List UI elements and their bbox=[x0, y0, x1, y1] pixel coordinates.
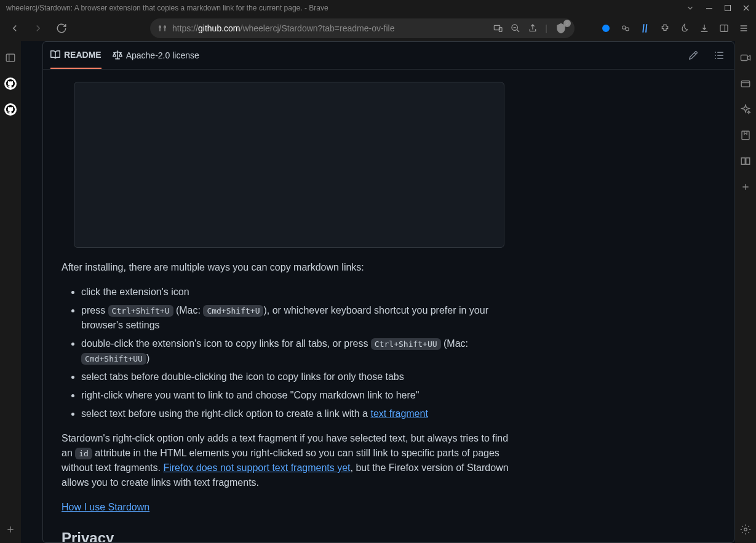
kbd-shortcut: Cmd+Shift+U bbox=[203, 305, 263, 317]
extensions-icon[interactable] bbox=[659, 22, 671, 34]
github-favicon-1[interactable] bbox=[3, 76, 18, 91]
list-item: select text before using the right-click… bbox=[81, 406, 517, 421]
window-maximize-icon[interactable] bbox=[724, 4, 731, 12]
panel-icon[interactable] bbox=[3, 50, 18, 65]
ext-icon-1[interactable] bbox=[600, 22, 612, 34]
right-sidebar bbox=[735, 41, 756, 543]
readme-body: After installing, there are multiple way… bbox=[43, 69, 535, 542]
reload-button[interactable] bbox=[53, 20, 70, 37]
svg-rect-0 bbox=[706, 8, 712, 9]
ext-icon-3[interactable] bbox=[639, 22, 651, 34]
ext-icon-2[interactable] bbox=[619, 22, 632, 34]
brave-shield-icon[interactable]: 2 bbox=[555, 22, 567, 34]
svg-rect-11 bbox=[6, 54, 15, 61]
firefox-link[interactable]: Firefox does not support text fragments … bbox=[163, 462, 350, 473]
list-item: select tabs before double-clicking the i… bbox=[81, 370, 517, 384]
window-title: wheelercj/Stardown: A browser extension … bbox=[6, 4, 686, 12]
add-tab-icon[interactable] bbox=[3, 522, 18, 537]
site-settings-icon[interactable] bbox=[157, 23, 167, 33]
paragraph: Stardown's right-click option only adds … bbox=[62, 431, 517, 490]
paragraph: How I use Stardown bbox=[62, 500, 517, 515]
law-icon bbox=[113, 50, 122, 60]
url-text: https://github.com/wheelercj/Stardown?ta… bbox=[172, 23, 488, 33]
shield-badge: 2 bbox=[563, 20, 571, 27]
intro-text: After installing, there are multiple way… bbox=[62, 260, 517, 275]
window-close-icon[interactable] bbox=[742, 4, 750, 12]
add-panel-icon[interactable] bbox=[738, 180, 753, 194]
wallet-icon[interactable] bbox=[738, 76, 753, 91]
edit-button[interactable] bbox=[686, 48, 701, 63]
svg-point-9 bbox=[626, 28, 629, 31]
svg-point-3 bbox=[164, 26, 166, 28]
video-icon[interactable] bbox=[738, 50, 753, 65]
titlebar: wheelercj/Stardown: A browser extension … bbox=[0, 0, 756, 15]
kbd-shortcut: Ctrl+Shift+U bbox=[108, 305, 173, 317]
sidebar-toggle-icon[interactable] bbox=[718, 22, 730, 34]
svg-rect-5 bbox=[499, 28, 503, 32]
tab-readme-label: README bbox=[64, 50, 101, 60]
forward-button[interactable] bbox=[30, 20, 47, 37]
text-fragment-link[interactable]: text fragment bbox=[370, 408, 428, 419]
responsive-icon[interactable] bbox=[493, 23, 503, 33]
kbd-shortcut: Cmd+Shift+UU bbox=[81, 353, 146, 365]
code-id: id bbox=[75, 448, 92, 459]
book-icon bbox=[50, 50, 60, 60]
usage-list: click the extension's icon press Ctrl+Sh… bbox=[62, 285, 517, 421]
url-bar[interactable]: https://github.com/wheelercj/Stardown?ta… bbox=[150, 18, 575, 38]
settings-icon[interactable] bbox=[738, 522, 753, 537]
back-button[interactable] bbox=[6, 20, 23, 37]
svg-rect-1 bbox=[725, 5, 731, 10]
download-icon[interactable] bbox=[698, 22, 710, 34]
demo-image bbox=[74, 82, 504, 248]
window-dropdown-icon[interactable] bbox=[686, 4, 694, 12]
bookmark-icon[interactable] bbox=[738, 128, 753, 143]
svg-point-8 bbox=[623, 26, 626, 29]
github-favicon-2[interactable] bbox=[3, 102, 18, 117]
tab-license-label: Apache-2.0 license bbox=[126, 50, 199, 60]
svg-rect-12 bbox=[741, 55, 748, 61]
page-content: README Apache-2.0 license After installi… bbox=[21, 41, 735, 543]
svg-rect-10 bbox=[720, 25, 728, 32]
ext-icon-leaf[interactable] bbox=[678, 22, 691, 34]
svg-rect-14 bbox=[742, 131, 749, 140]
privacy-heading: Privacy bbox=[62, 529, 517, 542]
tab-license[interactable]: Apache-2.0 license bbox=[113, 42, 199, 69]
list-item: click the extension's icon bbox=[81, 285, 517, 299]
reader-icon[interactable] bbox=[738, 154, 753, 168]
extension-icons bbox=[600, 22, 750, 34]
how-i-use-link[interactable]: How I use Stardown bbox=[62, 502, 149, 512]
svg-rect-13 bbox=[741, 81, 750, 87]
browser-toolbar: https://github.com/wheelercj/Stardown?ta… bbox=[0, 15, 756, 41]
readme-container: README Apache-2.0 license After installi… bbox=[42, 41, 734, 543]
svg-point-2 bbox=[159, 26, 161, 28]
list-item: right-click where you want to link to an… bbox=[81, 388, 517, 403]
sparkle-icon[interactable] bbox=[738, 102, 753, 117]
svg-point-15 bbox=[744, 528, 747, 531]
svg-point-7 bbox=[602, 25, 610, 32]
toc-button[interactable] bbox=[712, 48, 726, 63]
zoom-icon[interactable] bbox=[511, 23, 520, 33]
left-sidebar bbox=[0, 41, 21, 543]
share-icon[interactable] bbox=[528, 23, 538, 33]
window-minimize-icon[interactable] bbox=[706, 4, 713, 12]
list-item: press Ctrl+Shift+U (Mac: Cmd+Shift+U), o… bbox=[81, 303, 517, 333]
menu-icon[interactable] bbox=[738, 22, 750, 34]
kbd-shortcut: Ctrl+Shift+UU bbox=[371, 338, 441, 350]
readme-tabs: README Apache-2.0 license bbox=[43, 42, 734, 69]
list-item: double-click the extension's icon to cop… bbox=[81, 336, 517, 366]
tab-readme[interactable]: README bbox=[50, 42, 101, 69]
